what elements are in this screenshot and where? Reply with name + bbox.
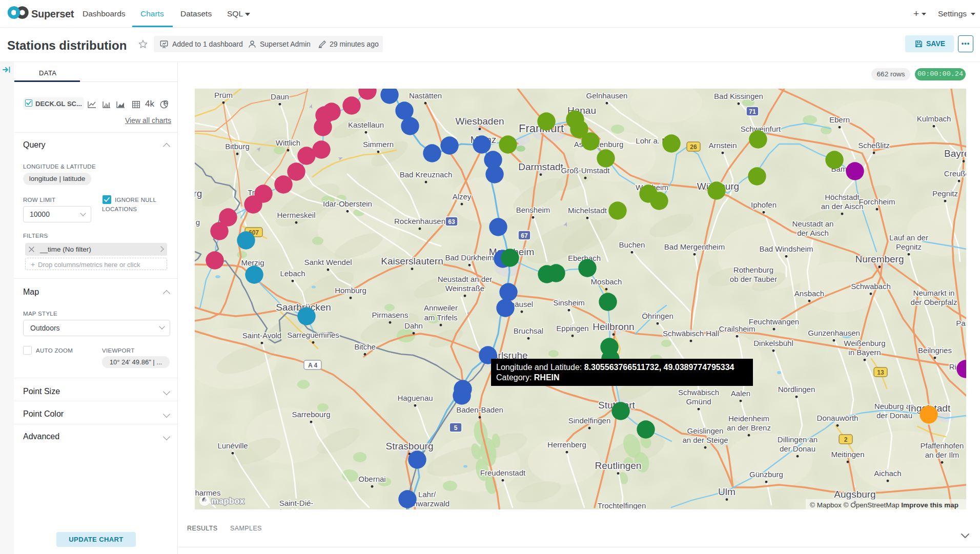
svg-text:der Oberpfalz: der Oberpfalz: [911, 298, 957, 306]
svg-text:Sarrebourg: Sarrebourg: [292, 410, 330, 419]
svg-text:Ansbach: Ansbach: [794, 289, 824, 298]
svg-text:Annweiler: Annweiler: [424, 303, 458, 312]
svg-text:Alzey: Alzey: [453, 192, 472, 201]
svg-text:Meitingen: Meitingen: [831, 450, 864, 459]
svg-text:Bad Windsheim: Bad Windsheim: [759, 244, 813, 253]
svg-text:Beilngries: Beilngries: [918, 346, 952, 355]
svg-text:Bad Kissingen: Bad Kissingen: [714, 92, 763, 100]
svg-text:der Aisch: der Aisch: [797, 229, 829, 237]
svg-text:Par: Par: [956, 319, 966, 327]
svg-text:Dinkelsbühl: Dinkelsbühl: [753, 339, 793, 347]
svg-text:Bad Kreuznach: Bad Kreuznach: [400, 170, 453, 179]
svg-text:der Donau: der Donau: [876, 411, 912, 420]
svg-text:Gunzenhausen: Gunzenhausen: [808, 329, 860, 337]
svg-text:Rothenburg: Rothenburg: [733, 265, 773, 274]
svg-text:Reutlingen: Reutlingen: [595, 460, 642, 471]
svg-text:A 4: A 4: [308, 362, 318, 369]
svg-text:Höchstadt: Höchstadt: [825, 193, 860, 201]
svg-text:Öhringen: Öhringen: [642, 312, 673, 320]
svg-text:Saint-Dié-: Saint-Dié-: [279, 499, 314, 507]
svg-text:Lauf an der: Lauf an der: [889, 233, 928, 242]
svg-text:Weißenburg: Weißenburg: [844, 339, 885, 347]
svg-text:Herrenberg: Herrenberg: [547, 440, 586, 449]
svg-text:Bayreuth: Bayreuth: [944, 148, 966, 159]
svg-text:Schwäbisch Hall: Schwäbisch Hall: [663, 329, 719, 338]
svg-text:Nördlingen: Nördlingen: [778, 385, 815, 394]
svg-text:Kulmbach: Kulmbach: [917, 114, 951, 123]
svg-text:mapbox: mapbox: [211, 496, 245, 505]
svg-text:Baden-Baden: Baden-Baden: [456, 405, 503, 414]
svg-text:Bad Dürkheim: Bad Dürkheim: [445, 253, 494, 262]
svg-text:2: 2: [844, 436, 848, 443]
svg-text:Augsburg: Augsburg: [834, 489, 875, 500]
svg-text:Nastätten: Nastätten: [409, 91, 442, 100]
svg-text:Bensheim: Bensheim: [516, 206, 550, 214]
svg-text:Sindelfingen: Sindelfingen: [568, 416, 611, 425]
svg-text:Neustadt an der: Neustadt an der: [438, 275, 493, 283]
svg-text:Ebern: Ebern: [829, 115, 850, 124]
svg-text:Kastellaun: Kastellaun: [348, 120, 384, 129]
svg-text:Scheßlitz: Scheßlitz: [858, 141, 890, 150]
svg-text:der Donau: der Donau: [780, 444, 815, 453]
svg-text:Prüm: Prüm: [214, 91, 233, 99]
svg-text:Feuchtwangen: Feuchtwangen: [749, 317, 799, 326]
svg-text:Sankt Wendel: Sankt Wendel: [304, 258, 352, 266]
svg-text:63: 63: [448, 218, 455, 225]
svg-text:Aichach: Aichach: [874, 469, 901, 478]
svg-text:Saint-Avold: Saint-Avold: [242, 331, 281, 340]
svg-text:Obernai: Obernai: [358, 475, 385, 483]
svg-text:Strasbourg: Strasbourg: [386, 441, 434, 452]
svg-text:5: 5: [454, 424, 458, 432]
svg-text:Schwabach: Schwabach: [851, 282, 891, 291]
svg-text:Lahr/: Lahr/: [418, 490, 436, 499]
svg-text:Gelnhausen: Gelnhausen: [586, 91, 628, 100]
svg-text:Schwäbisch: Schwäbisch: [678, 388, 719, 397]
svg-text:Günzburg: Günzburg: [749, 470, 783, 479]
svg-text:Forchheim: Forchheim: [859, 197, 895, 206]
svg-text:Bruchsal: Bruchsal: [514, 326, 543, 335]
svg-text:Groß-Umstadt: Groß-Umstadt: [561, 166, 610, 175]
svg-text:Crailsheim: Crailsheim: [719, 324, 756, 333]
svg-text:Ulm: Ulm: [718, 486, 736, 497]
svg-text:Hermeskeil: Hermeskeil: [277, 211, 315, 219]
svg-text:Michelstadt: Michelstadt: [568, 206, 607, 215]
svg-text:Creußen: Creußen: [944, 169, 966, 178]
svg-text:Lebach: Lebach: [280, 269, 305, 278]
svg-text:Haguenau: Haguenau: [397, 394, 433, 402]
svg-text:ob der Tauber: ob der Tauber: [730, 275, 777, 283]
svg-text:Kaiserslautern: Kaiserslautern: [381, 256, 443, 266]
svg-text:Bitche: Bitche: [354, 342, 376, 351]
svg-text:Heilbronn: Heilbronn: [593, 321, 634, 332]
svg-text:Mosbach: Mosbach: [591, 277, 622, 286]
svg-text:Bad Mergentheim: Bad Mergentheim: [664, 242, 725, 251]
svg-text:Dahn: Dahn: [404, 321, 423, 330]
svg-text:Idar-Oberstein: Idar-Oberstein: [323, 199, 372, 208]
svg-text:an der Brenz: an der Brenz: [727, 423, 771, 432]
svg-text:Simmern: Simmern: [363, 140, 394, 149]
svg-text:les-Vosges: les-Vosges: [280, 507, 317, 509]
svg-text:Aalen: Aalen: [731, 389, 750, 398]
svg-text:Iphofen: Iphofen: [751, 200, 777, 209]
svg-text:Weinstraße: Weinstraße: [445, 284, 484, 293]
svg-text:Pirmasens: Pirmasens: [372, 311, 409, 319]
svg-text:Daun: Daun: [271, 92, 289, 101]
svg-text:Donauwörth: Donauwörth: [817, 414, 859, 422]
svg-text:Pegnitz: Pegnitz: [932, 189, 958, 198]
svg-text:71: 71: [749, 108, 756, 115]
svg-text:Heidenheim: Heidenheim: [728, 414, 769, 423]
svg-text:g: g: [196, 218, 200, 227]
svg-text:Arnstein: Arnstein: [708, 141, 737, 150]
svg-text:Neustadt an: Neustadt an: [792, 219, 834, 228]
svg-text:in Bayern: in Bayern: [848, 348, 881, 357]
svg-text:Bitburg: Bitburg: [225, 142, 250, 151]
svg-text:Trochtelfingen: Trochtelfingen: [598, 501, 646, 509]
svg-text:Eppingen: Eppingen: [556, 324, 588, 333]
svg-text:Wiesbaden: Wiesbaden: [455, 116, 504, 127]
svg-text:Gmünd: Gmünd: [686, 397, 711, 406]
svg-text:am Trifels: am Trifels: [424, 313, 457, 322]
svg-text:Lunéville: Lunéville: [217, 441, 248, 450]
svg-text:Darmstadt: Darmstadt: [518, 161, 563, 172]
svg-text:an der Aisch: an der Aisch: [821, 202, 864, 211]
svg-text:Nuremberg: Nuremberg: [855, 254, 904, 264]
svg-text:Freudenstadt: Freudenstadt: [480, 468, 526, 477]
